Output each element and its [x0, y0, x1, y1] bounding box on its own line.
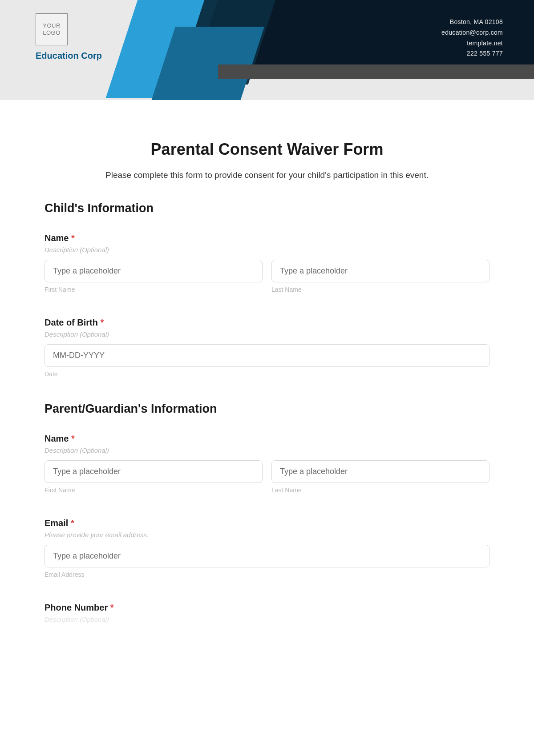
required-mark: * [71, 518, 74, 528]
parent-email-sublabel: Email Address [44, 571, 490, 578]
contact-info: Boston, MA 02108 education@corp.com temp… [441, 17, 503, 59]
label-text: Email [44, 518, 68, 528]
parent-email-label: Email * [44, 518, 490, 528]
child-dob-input[interactable] [44, 344, 490, 367]
logo-text: YOUR LOGO [36, 22, 67, 36]
child-dob-field: Date of Birth * Description (Optional) D… [44, 318, 490, 378]
required-mark: * [71, 233, 75, 243]
parent-phone-label: Phone Number * [44, 603, 490, 613]
parent-phone-field: Phone Number * Description (Optional) [44, 603, 490, 623]
parent-name-label: Name * [44, 434, 490, 444]
parent-last-name-input[interactable] [271, 460, 490, 483]
label-text: Name [44, 233, 69, 243]
parent-email-field: Email * Please provide your email addres… [44, 518, 490, 578]
contact-phone: 222 555 777 [441, 48, 503, 59]
logo-placeholder: YOUR LOGO [36, 13, 68, 45]
parent-last-name-sublabel: Last Name [271, 487, 490, 494]
child-first-name-input[interactable] [44, 260, 263, 282]
child-section-title: Child's Information [44, 201, 490, 215]
contact-site: template.net [441, 38, 503, 49]
logo-block: YOUR LOGO Education Corp [36, 13, 102, 61]
banner-strip [218, 64, 534, 79]
child-last-name-input[interactable] [271, 260, 490, 282]
parent-email-desc: Please provide your email address. [44, 531, 490, 539]
child-dob-desc: Description (Optional) [44, 330, 490, 338]
parent-name-field: Name * Description (Optional) First Name… [44, 434, 490, 494]
header-banner: YOUR LOGO Education Corp Boston, MA 0210… [0, 0, 534, 100]
parent-phone-desc: Description (Optional) [44, 615, 490, 623]
child-dob-label: Date of Birth * [44, 318, 490, 328]
required-mark: * [101, 318, 104, 327]
form-page: Parental Consent Waiver Form Please comp… [0, 100, 534, 647]
child-name-label: Name * [44, 233, 490, 243]
label-text: Phone Number [44, 603, 108, 612]
contact-email: education@corp.com [441, 28, 503, 38]
parent-section-title: Parent/Guardian's Information [44, 402, 490, 416]
contact-address: Boston, MA 02108 [441, 17, 503, 28]
child-name-desc: Description (Optional) [44, 246, 490, 253]
parent-first-name-sublabel: First Name [44, 487, 263, 494]
label-text: Name [44, 434, 69, 443]
required-mark: * [71, 434, 75, 443]
label-text: Date of Birth [44, 318, 98, 327]
org-name: Education Corp [36, 51, 102, 61]
parent-email-input[interactable] [44, 545, 490, 567]
required-mark: * [110, 603, 114, 612]
parent-first-name-input[interactable] [44, 460, 263, 483]
child-name-field: Name * Description (Optional) First Name… [44, 233, 490, 293]
child-dob-sublabel: Date [44, 370, 490, 378]
child-last-name-sublabel: Last Name [271, 286, 490, 293]
child-first-name-sublabel: First Name [44, 286, 263, 293]
form-intro: Please complete this form to provide con… [44, 170, 490, 180]
parent-name-desc: Description (Optional) [44, 446, 490, 454]
form-title: Parental Consent Waiver Form [44, 140, 490, 159]
